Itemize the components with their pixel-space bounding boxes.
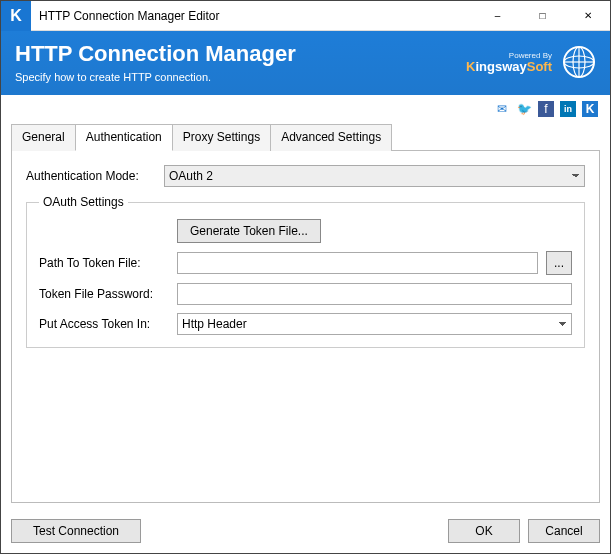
oauth-settings-legend: OAuth Settings <box>39 195 128 209</box>
app-logo: K <box>1 1 31 31</box>
close-button[interactable]: ✕ <box>565 1 610 31</box>
twitter-icon[interactable]: 🐦 <box>516 101 532 117</box>
window-buttons: – □ ✕ <box>475 1 610 31</box>
globe-icon <box>562 45 596 79</box>
brand-powered-by: Powered By <box>466 52 552 60</box>
banner-title: HTTP Connection Manager <box>15 41 296 67</box>
ok-button[interactable]: OK <box>448 519 520 543</box>
tab-advanced-settings[interactable]: Advanced Settings <box>270 124 392 151</box>
test-connection-button[interactable]: Test Connection <box>11 519 141 543</box>
token-file-password-input[interactable] <box>177 283 572 305</box>
facebook-icon[interactable]: f <box>538 101 554 117</box>
brand-word-2: Soft <box>527 59 552 74</box>
footer: Test Connection OK Cancel <box>1 511 610 553</box>
path-to-token-file-input[interactable] <box>177 252 538 274</box>
auth-mode-label: Authentication Mode: <box>26 169 156 183</box>
tab-general[interactable]: General <box>11 124 76 151</box>
cancel-button[interactable]: Cancel <box>528 519 600 543</box>
maximize-button[interactable]: □ <box>520 1 565 31</box>
put-access-token-label: Put Access Token In: <box>39 317 169 331</box>
oauth-settings-group: OAuth Settings Generate Token File... Pa… <box>26 195 585 348</box>
tab-panel-authentication: Authentication Mode: OAuth 2 OAuth Setti… <box>11 150 600 503</box>
browse-token-file-button[interactable]: ... <box>546 251 572 275</box>
token-file-password-label: Token File Password: <box>39 287 169 301</box>
path-to-token-file-label: Path To Token File: <box>39 256 169 270</box>
tab-authentication[interactable]: Authentication <box>75 124 173 151</box>
tab-strip: General Authentication Proxy Settings Ad… <box>1 123 610 150</box>
tab-proxy-settings[interactable]: Proxy Settings <box>172 124 271 151</box>
generate-token-file-button[interactable]: Generate Token File... <box>177 219 321 243</box>
banner: HTTP Connection Manager Specify how to c… <box>1 31 610 95</box>
titlebar: K HTTP Connection Manager Editor – □ ✕ <box>1 1 610 31</box>
brand-word-1: ingsway <box>475 59 526 74</box>
brand-letter-k: K <box>466 59 475 74</box>
auth-mode-select[interactable]: OAuth 2 <box>164 165 585 187</box>
brand-logo: Powered By KingswaySoft <box>466 52 552 73</box>
banner-subtitle: Specify how to create HTTP connection. <box>15 71 296 83</box>
social-row: ✉ 🐦 f in K <box>1 95 610 121</box>
mail-icon[interactable]: ✉ <box>494 101 510 117</box>
linkedin-icon[interactable]: in <box>560 101 576 117</box>
put-access-token-select[interactable]: Http Header <box>177 313 572 335</box>
window-title: HTTP Connection Manager Editor <box>31 9 475 23</box>
kingsway-icon[interactable]: K <box>582 101 598 117</box>
minimize-button[interactable]: – <box>475 1 520 31</box>
